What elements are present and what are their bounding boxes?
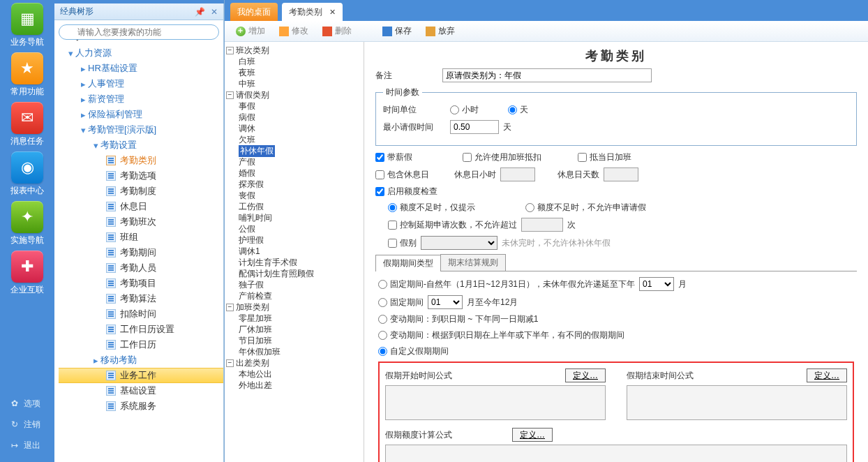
define-end-button[interactable]: 定义…	[807, 368, 847, 382]
tab-desktop[interactable]: 我的桌面	[230, 3, 278, 21]
fx-start-textarea[interactable]	[385, 385, 606, 420]
save-button[interactable]: 保存	[377, 24, 417, 38]
tree-node[interactable]: ▸人事管理	[59, 76, 223, 91]
period-opt2-radio[interactable]: 固定期间	[378, 297, 424, 308]
quota-tip-radio[interactable]: 额度不足时，仅提示	[388, 202, 475, 214]
close-icon[interactable]: ✕	[211, 7, 218, 17]
ext-times-input[interactable]	[521, 218, 563, 232]
tree-attendance[interactable]: ▾考勤管理[演示版]	[59, 122, 223, 137]
tree-leaf[interactable]: 系统服务	[59, 398, 223, 414]
tree-leaf[interactable]: 扣除时间	[59, 306, 223, 322]
tree-leaf[interactable]: 考勤人员	[59, 260, 223, 276]
cat-item[interactable]: 调休1	[226, 246, 362, 257]
cat-item[interactable]: 事假	[226, 100, 362, 112]
tree-node[interactable]: ▸薪资管理	[59, 91, 223, 107]
period-opt2-month-select[interactable]: 01	[428, 295, 463, 309]
cat-item[interactable]: 补休年假	[226, 145, 362, 156]
tree-leaf[interactable]: 考勤制度	[59, 184, 223, 199]
unit-day-radio[interactable]: 天	[508, 104, 528, 116]
cat-item[interactable]: 独子假	[226, 279, 362, 290]
tree-node[interactable]: ▸保险福利管理	[59, 107, 223, 122]
cat-group[interactable]: −出差类别	[226, 357, 362, 368]
tree-leaf-category[interactable]: 考勤类别	[59, 153, 223, 168]
period-opt4-radio[interactable]: 变动期间：根据到职日期在上半年或下半年，有不同的假期期间	[378, 329, 624, 341]
cat-item[interactable]: 欠班	[226, 134, 362, 145]
cat-item[interactable]: 调休	[226, 123, 362, 134]
period-opt5-radio[interactable]: 自定义假期期间	[378, 345, 449, 357]
unit-hour-radio[interactable]: 小时	[450, 104, 479, 116]
tree-root-hr[interactable]: ▾人力资源	[59, 45, 223, 61]
cat-item[interactable]: 外地出差	[226, 380, 362, 391]
cat-item[interactable]: 哺乳时间	[226, 212, 362, 223]
period-opt1-month-select[interactable]: 01	[639, 277, 674, 291]
paid-check[interactable]: 带薪假	[375, 151, 412, 163]
rail-tasks[interactable]: ✉消息任务	[0, 102, 54, 147]
tree-leaf[interactable]: 工作日历设置	[59, 322, 223, 337]
close-icon[interactable]: ✕	[329, 8, 336, 17]
allow-ot-offset-check[interactable]: 允许使用加班抵扣	[463, 151, 541, 163]
tree-leaf[interactable]: 考勤选项	[59, 168, 223, 184]
include-rest-check[interactable]: 包含休息日	[375, 169, 429, 181]
sameday-ot-check[interactable]: 抵当日加班	[578, 151, 631, 163]
define-start-button[interactable]: 定义…	[565, 368, 606, 382]
tree-leaf[interactable]: 休息日	[59, 199, 223, 214]
fx-quota-textarea[interactable]	[385, 445, 847, 462]
holiday-sep-select[interactable]	[421, 236, 497, 250]
fx-end-textarea[interactable]	[627, 385, 847, 420]
cat-item[interactable]: 产前检查	[226, 290, 362, 301]
cat-group[interactable]: −班次类别	[226, 45, 362, 56]
pin-icon[interactable]: 📌	[195, 7, 205, 17]
cat-group[interactable]: −加班类别	[226, 301, 362, 313]
tree-migrate[interactable]: ▸移动考勤	[59, 352, 223, 368]
tree-leaf[interactable]: 班组	[59, 230, 223, 245]
remark-input[interactable]	[442, 68, 652, 82]
tree-leaf[interactable]: 考勤班次	[59, 214, 223, 230]
tree-leaf[interactable]: 基础设置	[59, 383, 223, 398]
edit-button[interactable]: 修改	[274, 24, 314, 38]
cat-item[interactable]: 探亲假	[226, 179, 362, 190]
rail-options[interactable]: ✿选项	[0, 395, 54, 412]
cat-item[interactable]: 婚假	[226, 167, 362, 179]
cat-item[interactable]: 夜班	[226, 67, 362, 78]
rail-favorites[interactable]: ★常用功能	[0, 52, 54, 98]
cat-item[interactable]: 丧假	[226, 190, 362, 201]
rest-hours-input[interactable]	[500, 167, 535, 181]
subtab-settle-rule[interactable]: 期末结算规则	[440, 254, 506, 271]
cat-item[interactable]: 病假	[226, 112, 362, 123]
cat-item[interactable]: 工伤假	[226, 201, 362, 212]
cat-item[interactable]: 公假	[226, 223, 362, 234]
tree-leaf[interactable]: 考勤期间	[59, 245, 223, 260]
define-quota-button[interactable]: 定义…	[512, 428, 553, 442]
period-opt3-radio[interactable]: 变动期间：到职日期 ~ 下年同一日期减1	[378, 313, 538, 325]
cat-item[interactable]: 护理假	[226, 234, 362, 246]
rail-enterprise[interactable]: ✚企业互联	[0, 251, 54, 296]
enable-quota-check[interactable]: 启用额度检查	[375, 186, 437, 198]
cat-item[interactable]: 本地公出	[226, 368, 362, 380]
delete-button[interactable]: 删除	[317, 24, 357, 38]
period-opt1-radio[interactable]: 固定期间-自然年（1月1日~12月31日），未休年假允许递延至下年	[378, 278, 635, 290]
min-leave-input[interactable]	[450, 120, 499, 134]
cat-item[interactable]: 中班	[226, 78, 362, 89]
tree-leaf-bizwork[interactable]: 业务工作	[59, 368, 223, 383]
rail-impl[interactable]: ✦实施导航	[0, 201, 54, 246]
tree-leaf[interactable]: 工作日历	[59, 337, 223, 352]
cat-item[interactable]: 白班	[226, 56, 362, 67]
tree-leaf[interactable]: 考勤项目	[59, 276, 223, 291]
cat-item[interactable]: 节日加班	[226, 335, 362, 346]
tree-node[interactable]: ▸HR基础设置	[59, 61, 223, 76]
tree-leaf[interactable]: 考勤算法	[59, 291, 223, 306]
tab-attendance-category[interactable]: 考勤类别✕	[282, 3, 343, 21]
cat-item[interactable]: 年休假加班	[226, 346, 362, 357]
cat-item[interactable]: 配偶计划生育照顾假	[226, 268, 362, 279]
add-button[interactable]: 增加	[230, 24, 271, 38]
tree-attendance-settings[interactable]: ▾考勤设置	[59, 137, 223, 153]
cat-item[interactable]: 计划生育手术假	[226, 257, 362, 268]
cat-item[interactable]: 厂休加班	[226, 324, 362, 335]
abort-button[interactable]: 放弃	[420, 24, 461, 38]
cat-item[interactable]: 产假	[226, 156, 362, 167]
rest-days-input[interactable]	[604, 167, 638, 181]
cat-group[interactable]: −请假类别	[226, 89, 362, 100]
sidebar-search-input[interactable]	[59, 24, 219, 40]
rail-reports[interactable]: ◉报表中心	[0, 151, 54, 197]
quota-deny-radio[interactable]: 额度不足时，不允许申请请假	[525, 202, 646, 214]
